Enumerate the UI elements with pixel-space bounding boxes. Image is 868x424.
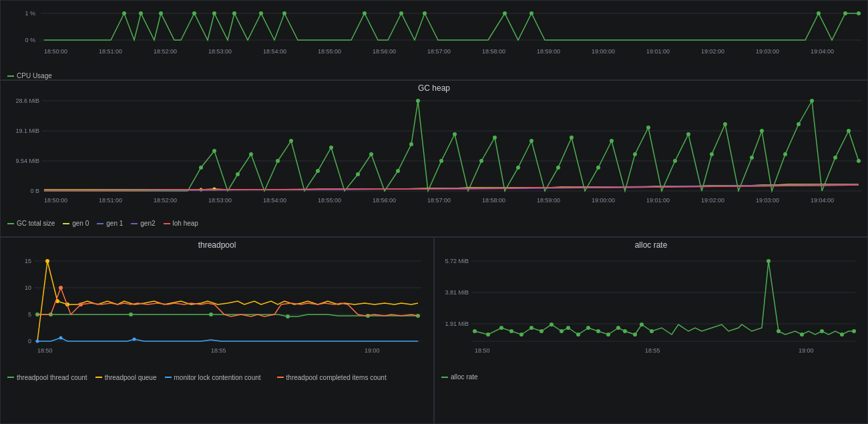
svg-point-80 — [570, 136, 574, 140]
svg-point-150 — [640, 323, 644, 327]
svg-point-141 — [560, 329, 564, 333]
svg-point-25 — [259, 11, 263, 15]
svg-text:9.54 MiB: 9.54 MiB — [15, 158, 39, 164]
svg-point-71 — [409, 142, 413, 146]
svg-point-110 — [129, 312, 133, 316]
svg-point-143 — [576, 333, 580, 337]
svg-text:18:54:00: 18:54:00 — [263, 48, 286, 55]
svg-text:0: 0 — [28, 338, 31, 345]
svg-point-133 — [473, 329, 477, 333]
threadpool-title: threadpool — [1, 238, 433, 251]
svg-point-91 — [783, 152, 787, 156]
svg-point-157 — [852, 329, 856, 333]
svg-text:18:52:00: 18:52:00 — [154, 48, 177, 55]
svg-point-145 — [596, 329, 600, 333]
svg-point-95 — [847, 129, 851, 133]
svg-point-76 — [493, 136, 497, 140]
svg-point-29 — [423, 11, 427, 15]
svg-text:19:02:00: 19:02:00 — [701, 48, 724, 55]
svg-text:19:03:00: 19:03:00 — [756, 48, 779, 55]
svg-text:28.6 MiB: 28.6 MiB — [15, 97, 39, 104]
svg-point-152 — [767, 259, 771, 263]
svg-point-89 — [750, 156, 754, 160]
svg-text:18:55: 18:55 — [645, 347, 660, 354]
svg-text:18:59:00: 18:59:00 — [537, 48, 560, 55]
svg-point-77 — [516, 166, 520, 170]
svg-point-139 — [539, 329, 544, 333]
dashboard: 1 % 0 % 18:50:00 18:51:00 18:52:00 18:53… — [0, 0, 868, 424]
svg-text:18:55: 18:55 — [211, 347, 226, 354]
svg-point-69 — [369, 152, 373, 156]
svg-text:18:53:00: 18:53:00 — [208, 197, 232, 204]
svg-point-140 — [550, 323, 554, 327]
svg-point-85 — [673, 159, 677, 163]
svg-point-68 — [356, 172, 360, 176]
svg-text:18:55:00: 18:55:00 — [318, 48, 341, 55]
gc-panel-title: GC heap — [1, 81, 867, 94]
svg-point-96 — [857, 159, 861, 163]
svg-point-121 — [59, 286, 63, 290]
svg-text:18:50:00: 18:50:00 — [44, 197, 67, 204]
svg-text:5.72 MiB: 5.72 MiB — [445, 258, 469, 264]
legend-alloc-rate: alloc rate — [441, 373, 478, 381]
svg-text:19:00: 19:00 — [799, 347, 814, 354]
cpu-panel: 1 % 0 % 18:50:00 18:51:00 18:52:00 18:53… — [0, 0, 868, 80]
svg-point-28 — [399, 11, 403, 15]
svg-point-137 — [519, 333, 523, 337]
legend-gc-total: GC total size — [7, 220, 55, 227]
svg-point-153 — [777, 329, 781, 333]
svg-text:18:52:00: 18:52:00 — [154, 197, 177, 204]
threadpool-panel: threadpool 15 10 5 0 18:50 18:55 19:00 — [0, 237, 434, 424]
svg-point-67 — [329, 146, 333, 150]
svg-text:18:53:00: 18:53:00 — [208, 48, 232, 55]
svg-point-62 — [236, 172, 240, 176]
allocrate-legend: alloc rate — [435, 371, 867, 383]
svg-point-32 — [817, 11, 821, 15]
svg-point-138 — [529, 326, 533, 330]
svg-text:19:00:00: 19:00:00 — [592, 48, 615, 55]
svg-text:19:01:00: 19:01:00 — [646, 48, 670, 55]
svg-point-73 — [439, 159, 443, 163]
svg-text:19:02:00: 19:02:00 — [701, 197, 724, 204]
svg-text:19:01:00: 19:01:00 — [646, 197, 670, 204]
svg-point-118 — [36, 340, 39, 343]
svg-point-64 — [276, 159, 280, 163]
svg-point-90 — [760, 129, 764, 133]
svg-text:18:58:00: 18:58:00 — [482, 48, 505, 55]
svg-point-83 — [633, 152, 637, 156]
legend-gen1: gen 1 — [97, 220, 123, 227]
svg-text:18:51:00: 18:51:00 — [99, 48, 122, 55]
svg-text:1.91 MiB: 1.91 MiB — [445, 321, 469, 327]
svg-text:18:58:00: 18:58:00 — [482, 197, 505, 204]
legend-thread-count: threadpool thread count — [7, 374, 87, 381]
svg-point-135 — [499, 326, 503, 330]
svg-text:19:04:00: 19:04:00 — [811, 197, 834, 204]
svg-point-66 — [316, 169, 320, 173]
legend-gen0: gen 0 — [63, 220, 89, 227]
svg-point-94 — [833, 156, 837, 160]
legend-completed-items: threadpool completed items count — [277, 374, 387, 381]
svg-text:0 %: 0 % — [25, 37, 35, 43]
svg-point-92 — [797, 122, 801, 126]
svg-point-30 — [503, 11, 507, 15]
svg-point-154 — [800, 333, 804, 337]
svg-point-134 — [486, 333, 490, 337]
svg-point-147 — [616, 326, 620, 330]
allocrate-title: alloc rate — [435, 238, 867, 251]
svg-text:18:54:00: 18:54:00 — [263, 197, 286, 204]
svg-text:18:51:00: 18:51:00 — [99, 197, 122, 204]
svg-text:19:00:00: 19:00:00 — [592, 197, 615, 204]
svg-text:19.1 MiB: 19.1 MiB — [15, 128, 39, 134]
svg-point-122 — [79, 302, 83, 306]
svg-text:3.81 MiB: 3.81 MiB — [445, 289, 469, 296]
svg-point-84 — [646, 126, 650, 130]
svg-point-136 — [509, 329, 513, 333]
svg-point-115 — [45, 259, 49, 263]
svg-text:10: 10 — [25, 284, 31, 291]
svg-point-24 — [232, 11, 236, 15]
svg-point-81 — [596, 166, 600, 170]
legend-cpu-usage: CPU Usage — [7, 72, 52, 79]
svg-point-74 — [453, 132, 457, 136]
threadpool-legend: threadpool thread count threadpool queue… — [1, 371, 433, 384]
svg-point-79 — [556, 166, 560, 170]
